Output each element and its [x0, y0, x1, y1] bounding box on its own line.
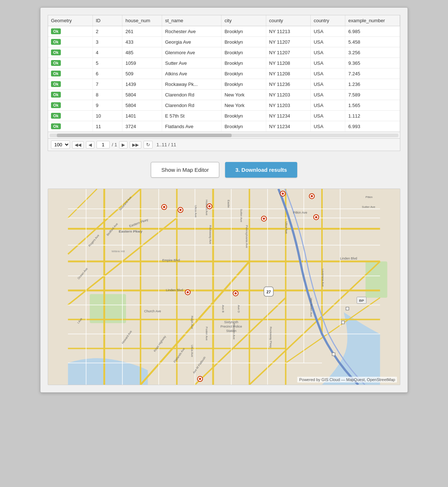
table-row[interactable]: Ok113724Flatlands AveBrooklynNY 11234USA…	[48, 121, 400, 132]
svg-text:Utica Ave: Utica Ave	[194, 205, 197, 218]
country-cell: USA	[311, 37, 345, 47]
download-results-button[interactable]: 3. Download results	[225, 162, 297, 178]
prev-page-button[interactable]: ◀	[86, 141, 94, 149]
ok-badge: Ok	[51, 81, 61, 87]
county-cell: NY 11236	[266, 79, 310, 90]
svg-text:Wiliink Hill: Wiliink Hill	[111, 250, 125, 253]
page-number-input[interactable]	[97, 141, 110, 149]
example_number-cell: 7.245	[345, 68, 400, 79]
city-cell: Brooklyn	[221, 58, 266, 68]
geometry-cell: Ok	[48, 58, 93, 68]
example_number-cell: 1.565	[345, 100, 400, 111]
table-row[interactable]: Ok4485Glenmore AveBrooklynNY 11207USA3.2…	[48, 47, 400, 58]
city-cell: Brooklyn	[221, 79, 266, 90]
svg-text:27: 27	[266, 290, 271, 294]
city-cell: Brooklyn	[221, 111, 266, 121]
svg-text:Utica Ave: Utica Ave	[285, 222, 288, 234]
table-row[interactable]: Ok6509Atkins AveBrooklynNY 11208USA7.245	[48, 68, 400, 79]
example_number-cell: 9.365	[345, 58, 400, 68]
city-cell: Brooklyn	[221, 47, 266, 58]
ok-badge: Ok	[51, 60, 61, 66]
table-body: Ok2261Rochester AveBrooklynNY 11213USA6.…	[48, 26, 400, 132]
country-cell: USA	[311, 26, 345, 37]
svg-text:Precinct Police: Precinct Police	[220, 325, 242, 328]
main-container: Geometry ID house_num st_name city count…	[40, 7, 408, 393]
house_num-cell: 485	[122, 47, 162, 58]
svg-rect-80	[342, 321, 345, 324]
last-page-button[interactable]: ▶▶	[130, 141, 141, 149]
st_name-cell: Clarendon Rd	[162, 100, 221, 111]
example_number-cell: 6.993	[345, 121, 400, 132]
geometry-cell: Ok	[48, 79, 93, 90]
country-cell: USA	[311, 47, 345, 58]
house_num-cell: 433	[122, 37, 162, 47]
geometry-cell: Ok	[48, 121, 93, 132]
table-row[interactable]: Ok95804Clarendon RdNew YorkNY 11203USA1.…	[48, 100, 400, 111]
city-cell: Brooklyn	[221, 26, 266, 37]
scrollbar-thumb[interactable]	[57, 134, 232, 137]
county-cell: NY 11208	[266, 68, 310, 79]
country-cell: USA	[311, 90, 345, 100]
id-cell: 3	[93, 37, 122, 47]
map-marker	[262, 216, 267, 221]
geometry-cell: Ok	[48, 37, 93, 47]
first-page-button[interactable]: ◀◀	[72, 141, 84, 149]
svg-text:Church Ave: Church Ave	[144, 309, 161, 313]
svg-point-101	[199, 378, 201, 380]
table-row[interactable]: Ok3433Georgia AveBrooklynNY 11207USA5.45…	[48, 37, 400, 47]
house_num-cell: 5804	[122, 90, 162, 100]
id-cell: 8	[93, 90, 122, 100]
id-cell: 7	[93, 79, 122, 90]
page-size-select[interactable]: 100 50 25	[51, 140, 70, 149]
county-cell: NY 11207	[266, 37, 310, 47]
st_name-cell: E 57th St	[162, 111, 221, 121]
svg-point-99	[235, 292, 237, 294]
map-marker	[207, 204, 212, 209]
map-marker	[197, 376, 203, 381]
svg-rect-81	[332, 353, 335, 356]
svg-text:Foster Ave: Foster Ave	[205, 327, 208, 341]
col-header-id: ID	[93, 15, 122, 26]
col-header-country: country	[311, 15, 345, 26]
ok-badge: Ok	[51, 28, 61, 34]
house_num-cell: 3724	[122, 121, 162, 132]
svg-text:Ave B: Ave B	[221, 305, 225, 313]
svg-point-85	[179, 209, 181, 211]
house_num-cell: 1401	[122, 111, 162, 121]
map-marker	[162, 205, 167, 210]
svg-point-91	[311, 195, 313, 197]
horizontal-scrollbar[interactable]	[48, 132, 400, 138]
scrollbar-track[interactable]	[50, 134, 398, 137]
svg-point-83	[163, 206, 165, 208]
house_num-cell: 261	[122, 26, 162, 37]
table-row[interactable]: Ok2261Rochester AveBrooklynNY 11213USA6.…	[48, 26, 400, 37]
svg-text:Ave D: Ave D	[237, 305, 240, 313]
map-attribution: Powered by GIS Cloud — MapQuest, OpenStr…	[297, 377, 397, 383]
svg-text:Station: Station	[226, 329, 236, 333]
svg-text:Ralph Ave: Ralph Ave	[190, 316, 194, 329]
next-page-button[interactable]: ▶	[119, 141, 127, 149]
id-cell: 4	[93, 47, 122, 58]
county-cell: NY 11207	[266, 47, 310, 58]
svg-text:Pitkin Ave: Pitkin Ave	[293, 211, 307, 214]
show-in-map-editor-button[interactable]: Show in Map Editor	[151, 162, 219, 178]
id-cell: 9	[93, 100, 122, 111]
table-row[interactable]: Ok85804Clarendon RdNew YorkNY 11203USA7.…	[48, 90, 400, 100]
table-row[interactable]: Ok71439Rockaway Pk...BrooklynNY 11236USA…	[48, 79, 400, 90]
table-row[interactable]: Ok51059Sutter AveBrooklynNY 11208USA9.36…	[48, 58, 400, 68]
map-container: Eastern Pkwy Empire Blvd Linden Blvd Lin…	[48, 189, 400, 385]
col-header-county: county	[266, 15, 310, 26]
id-cell: 10	[93, 111, 122, 121]
svg-rect-2	[366, 261, 388, 298]
id-cell: 6	[93, 68, 122, 79]
svg-text:Van Siclen Ave: Van Siclen Ave	[310, 298, 313, 317]
table-row[interactable]: Ok101401E 57th StBrooklynNY 11234USA1.11…	[48, 111, 400, 121]
st_name-cell: Glenmore Ave	[162, 47, 221, 58]
refresh-button[interactable]: ↻	[144, 141, 153, 149]
svg-point-89	[282, 193, 284, 195]
example_number-cell: 5.458	[345, 37, 400, 47]
geometry-cell: Ok	[48, 111, 93, 121]
svg-text:Rockaway Pkwy: Rockaway Pkwy	[269, 327, 272, 348]
table-header-row: Geometry ID house_num st_name city count…	[48, 15, 400, 26]
county-cell: NY 11234	[266, 121, 310, 132]
